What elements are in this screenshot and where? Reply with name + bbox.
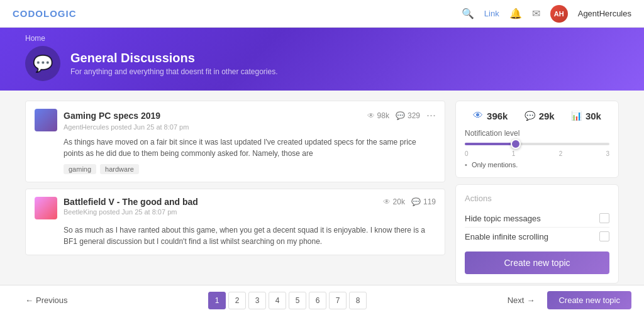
slider-labels: 0 1 2 3: [465, 150, 609, 157]
stats-row: 👁 396k 💬 29k 📊 30k: [465, 110, 609, 121]
replies-stat-item: 💬 29k: [525, 111, 555, 121]
infinite-scroll-label: Enable infinite scrolling: [465, 232, 548, 241]
footer-create-button[interactable]: Create new topic: [547, 291, 631, 309]
total-likes: 30k: [586, 111, 601, 121]
eye-icon: 👁: [383, 197, 391, 206]
bars-stat-icon: 📊: [571, 111, 582, 121]
header: CODOLOGIC 🔍 Link 🔔 ✉ AH AgentHercules: [0, 0, 644, 28]
topic-meta: Gaming PC specs 2019 👁 98k 💬 329 ···: [64, 109, 436, 131]
topic-tags: gaming hardware: [64, 164, 436, 174]
tag-hardware[interactable]: hardware: [100, 164, 139, 174]
hero-section: Home 💬 General Discussions For anything …: [0, 28, 644, 91]
footer: ← Previous 1 2 3 4 5 6 7 8 Next → Create…: [0, 285, 644, 315]
stats-card: 👁 396k 💬 29k 📊 30k Notification level: [455, 101, 619, 178]
prev-label: Previous: [36, 296, 68, 305]
avatar[interactable]: AH: [550, 5, 568, 23]
topic-title[interactable]: Gaming PC specs 2019: [64, 111, 160, 121]
infinite-scroll-checkbox[interactable]: [599, 231, 609, 241]
hint-text: Only mentions.: [472, 161, 518, 169]
topic-card: Gaming PC specs 2019 👁 98k 💬 329 ···: [25, 101, 445, 182]
replies-count: 329: [408, 111, 420, 120]
topic-info: AgentHercules posted Jun 25 at 8:07 pm: [64, 123, 436, 131]
views-stat-item: 👁 396k: [473, 110, 508, 121]
header-right: 🔍 Link 🔔 ✉ AH AgentHercules: [462, 5, 631, 23]
arrow-left-icon: ←: [25, 296, 33, 305]
avatar-image: [35, 109, 57, 131]
topic-header: Battlefield V - The good and bad 👁 20k 💬…: [35, 197, 436, 219]
page-button-1[interactable]: 1: [208, 292, 226, 309]
mail-icon[interactable]: ✉: [532, 8, 540, 19]
topic-list: Gaming PC specs 2019 👁 98k 💬 329 ···: [25, 101, 445, 275]
views-stat: 👁 20k: [383, 197, 405, 206]
notification-section: Notification level 0 1 2 3 • Only m: [465, 129, 609, 169]
next-button[interactable]: Next →: [508, 296, 535, 305]
topic-card: Battlefield V - The good and bad 👁 20k 💬…: [25, 189, 445, 255]
topic-title-row: Battlefield V - The good and bad 👁 20k 💬…: [64, 197, 436, 207]
actions-title: Actions: [465, 194, 609, 203]
prev-button[interactable]: ← Previous: [25, 296, 68, 305]
page-button-3[interactable]: 3: [248, 292, 266, 309]
topic-body: As things have moved on a fair bit since…: [64, 136, 436, 159]
hide-messages-label: Hide topic messages: [465, 214, 541, 223]
dot-icon: •: [465, 161, 467, 169]
main-content: Gaming PC specs 2019 👁 98k 💬 329 ···: [0, 91, 644, 285]
hide-messages-row: Hide topic messages: [465, 209, 609, 228]
topic-info: BeetleKing posted Jun 25 at 8:07 pm: [64, 208, 436, 216]
views-stat: 👁 98k: [367, 111, 389, 120]
page-button-2[interactable]: 2: [228, 292, 246, 309]
slider-fill: [465, 143, 516, 145]
create-topic-button[interactable]: Create new topic: [465, 251, 609, 274]
slider-label-1: 1: [512, 150, 516, 157]
avatar-image: [35, 197, 57, 219]
pagination: 1 2 3 4 5 6 7 8: [208, 292, 367, 309]
total-views: 396k: [487, 111, 508, 121]
logo: CODOLOGIC: [13, 8, 77, 19]
topic-posted: posted Jun 25 at 8:07 pm: [99, 208, 177, 216]
notification-label: Notification level: [465, 129, 609, 138]
page-button-4[interactable]: 4: [269, 292, 286, 309]
topic-title-row: Gaming PC specs 2019 👁 98k 💬 329 ···: [64, 109, 436, 122]
topic-title[interactable]: Battlefield V - The good and bad: [64, 197, 198, 207]
more-options-icon[interactable]: ···: [426, 109, 436, 122]
chat-bubble-icon: 💬: [33, 54, 53, 74]
topic-meta: Battlefield V - The good and bad 👁 20k 💬…: [64, 197, 436, 216]
topic-author: BeetleKing: [64, 208, 97, 216]
views-count: 20k: [393, 197, 405, 206]
replies-stat: 💬 329: [396, 111, 420, 120]
search-icon[interactable]: 🔍: [462, 8, 474, 19]
bell-icon[interactable]: 🔔: [509, 8, 522, 19]
notification-hint: • Only mentions.: [465, 161, 609, 169]
page-button-5[interactable]: 5: [289, 292, 306, 309]
page-button-6[interactable]: 6: [309, 292, 326, 309]
link-nav[interactable]: Link: [484, 9, 499, 18]
slider-thumb[interactable]: [511, 139, 521, 149]
tag-gaming[interactable]: gaming: [64, 164, 96, 174]
hero-text: General Discussions For anything and eve…: [70, 51, 278, 76]
eye-stat-icon: 👁: [473, 110, 483, 121]
total-replies: 29k: [539, 111, 555, 121]
infinite-scroll-row: Enable infinite scrolling: [465, 228, 609, 245]
page-button-7[interactable]: 7: [329, 292, 347, 309]
slider-label-0: 0: [465, 150, 469, 157]
replies-stat: 💬 119: [411, 197, 436, 206]
replies-icon: 💬: [411, 197, 421, 206]
hide-messages-checkbox[interactable]: [599, 213, 609, 223]
slider-container[interactable]: 0 1 2 3: [465, 143, 609, 157]
username-label: AgentHercules: [578, 9, 631, 18]
right-sidebar: 👁 396k 💬 29k 📊 30k Notification level: [455, 101, 619, 275]
arrow-right-icon: →: [526, 296, 535, 305]
page-button-8[interactable]: 8: [349, 292, 367, 309]
hero-icon-wrap: 💬: [25, 46, 60, 81]
replies-icon: 💬: [396, 111, 405, 120]
likes-stat-item: 📊 30k: [571, 111, 601, 121]
slider-track: [465, 143, 609, 145]
page-title: General Discussions: [70, 51, 278, 65]
eye-icon: 👁: [367, 111, 375, 120]
topic-avatar: [35, 197, 57, 219]
topic-avatar: [35, 109, 57, 131]
slider-label-3: 3: [606, 150, 609, 157]
topic-body: So as much as I have ranted about this g…: [64, 224, 436, 247]
chat-stat-icon: 💬: [525, 111, 535, 121]
actions-card: Actions Hide topic messages Enable infin…: [455, 184, 619, 284]
page-subtitle: For anything and everything that doesnt …: [70, 67, 278, 76]
